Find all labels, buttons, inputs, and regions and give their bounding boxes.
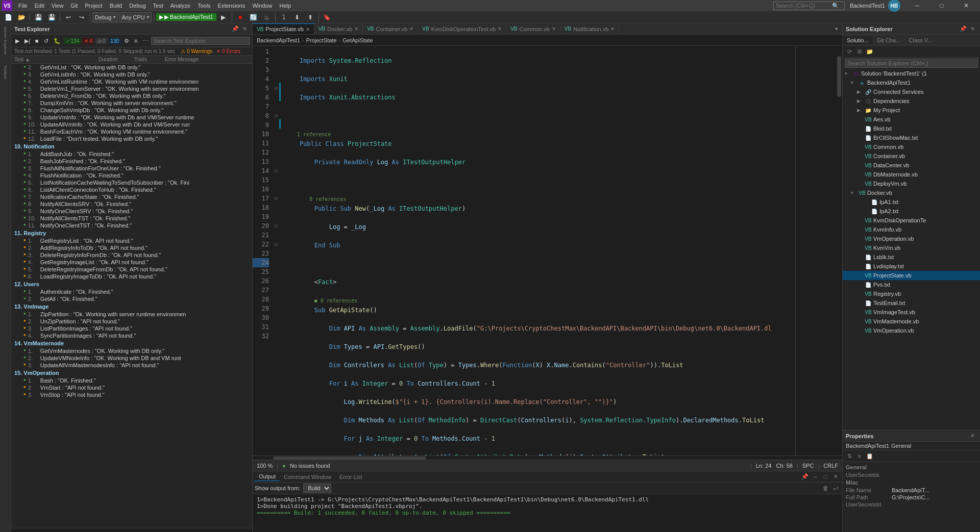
tree-vmmasternode[interactable]: VB VmMasternode.vb (843, 317, 980, 326)
prop-row-filename[interactable]: File Name BackendApiT... (843, 487, 980, 494)
tab-close-btn[interactable]: ✕ (354, 26, 358, 32)
solution-search-input[interactable] (845, 59, 978, 68)
tree-kvminfo[interactable]: VB KvmInfo.vb (843, 225, 980, 234)
zoom-level[interactable]: 100 % (257, 463, 273, 469)
tree-aes[interactable]: VB Aes.vb (843, 115, 980, 124)
global-search-input[interactable] (776, 3, 832, 9)
list-item[interactable]: ●3.ListPartitionImages : "API not found.… (11, 325, 252, 332)
more-btn[interactable]: ⋯ (140, 36, 150, 46)
tree-lsblk[interactable]: 📄 Lsblk.txt (843, 252, 980, 262)
refresh-tests-btn[interactable]: ↺ (42, 36, 51, 46)
col-duration-header[interactable]: Duration (99, 57, 134, 62)
tree-dependencies[interactable]: ▶ ⬡ Dependencies (843, 96, 980, 106)
close-button[interactable]: ✕ (954, 0, 978, 11)
list-item[interactable]: ● 3. GetVmListInfo : "OK. Working with D… (11, 71, 252, 78)
prop-row-usersecretid[interactable]: UserSecretsId (843, 501, 980, 508)
tab-close-btn[interactable]: ✕ (306, 27, 310, 32)
list-item[interactable]: ●2.BashJobFinished : "Ok. Finished." (11, 158, 252, 165)
tree-projectstate[interactable]: VB ProjectState.vb (843, 271, 980, 280)
list-item[interactable]: ● 4. GetVmListRuntime : "OK. Working wit… (11, 78, 252, 85)
output-close-btn[interactable]: ✕ (831, 472, 840, 482)
tab-close-btn[interactable]: ✕ (610, 26, 615, 32)
tab-close-btn[interactable]: ✕ (498, 26, 502, 32)
hot-reload-btn[interactable]: ♨ (261, 12, 273, 23)
menu-project[interactable]: Project (82, 2, 105, 10)
sidebar-toolbox[interactable]: Toolbox (1, 57, 11, 88)
step-out[interactable]: ⬆ (304, 12, 316, 23)
list-item[interactable]: ●3.UpdateAllVmMasternodesInfo : "API not… (11, 362, 252, 369)
menu-view[interactable]: View (48, 2, 67, 10)
tab-close-btn[interactable]: ✕ (409, 26, 413, 32)
list-item[interactable]: ● 2. GetVmList : "OK. Working with DB on… (11, 64, 252, 71)
scrollbar-thumb[interactable] (837, 56, 841, 97)
show-all-files-btn[interactable]: 📁 (865, 47, 874, 56)
test-panel-scrollbar[interactable] (11, 528, 252, 532)
list-item[interactable]: ●6.ListAllClientConnectionToHub : "Ok. F… (11, 186, 252, 193)
run-tests-btn[interactable]: ▶| (22, 36, 32, 46)
output-tab-output[interactable]: Output (255, 472, 280, 481)
tab-kvmdiskop[interactable]: VB KvmDiskOperationTest.vb ✕ (418, 23, 506, 35)
sidebar-server-explorer[interactable]: Server Explorer (1, 26, 11, 56)
tab-projectstate[interactable]: VB ProjectState.vb ✕ (253, 23, 314, 35)
test-explorer-pin[interactable]: 📌 (231, 24, 240, 34)
list-item[interactable]: ●5.ListNotificationCacheWaitingToSendToS… (11, 179, 252, 186)
run-all-tests-btn[interactable]: ▶ (13, 36, 21, 46)
tree-vmop[interactable]: VB VmOperation.vb (843, 234, 980, 243)
run-button[interactable]: ▶ ▶ BackendApiTest1 (156, 13, 216, 21)
solution-explorer-pin[interactable]: 📌 (959, 24, 968, 34)
tree-project[interactable]: ▾ ◈ BackendApiTest1 (843, 78, 980, 87)
tree-testemail[interactable]: 📄 TestEmail.txt (843, 298, 980, 308)
menu-test[interactable]: Test (150, 2, 166, 10)
save-btn[interactable]: 💾 (32, 12, 44, 23)
breadcrumb-method[interactable]: GetApiState (342, 37, 373, 43)
test-explorer-close[interactable]: ✕ (240, 24, 249, 34)
col-traits-header[interactable]: Traits (134, 57, 165, 62)
list-item[interactable]: ●6.LoadRegistryImageToDb : "Ok. API not … (11, 273, 252, 280)
output-pin-btn[interactable]: 📌 (800, 472, 810, 482)
section-users[interactable]: 12. Users (11, 280, 252, 288)
section-vmoperation[interactable]: 15. VmOperation (11, 369, 252, 377)
output-tab-errors[interactable]: Error List (335, 473, 366, 481)
tab-list-btn[interactable]: ▾ (831, 23, 842, 35)
menu-build[interactable]: Build (107, 2, 125, 10)
output-clear-btn[interactable]: 🗑 (821, 484, 830, 493)
attach-btn[interactable]: ▶ (217, 12, 230, 23)
stop-tests-btn[interactable]: ■ (33, 36, 41, 46)
section-vmimage[interactable]: 13. VmImage (11, 302, 252, 311)
save-all-btn[interactable]: 💾 (45, 12, 58, 23)
menu-extensions[interactable]: Extensions (215, 2, 249, 10)
solution-tab[interactable]: Solutio... (843, 36, 873, 44)
properties-close[interactable]: ✕ (968, 432, 977, 441)
menu-help[interactable]: Help (277, 2, 295, 10)
list-item[interactable]: ●5.DeleteRegistryImageFromDb : "Ok. API … (11, 266, 252, 273)
list-item[interactable]: ●4.FlushNotification : "Ok. Finished." (11, 172, 252, 179)
menu-file[interactable]: File (15, 2, 31, 10)
list-item[interactable]: ●1.Authenticate : "Ok. Finished." (11, 288, 252, 295)
tree-myproject[interactable]: ▶ 📁 My Project (843, 106, 980, 115)
prop-group-btn[interactable]: ≡ (855, 451, 864, 461)
tree-solution[interactable]: ▾ ⬡ Solution 'BackendTest1' (1 (843, 69, 980, 78)
list-item[interactable]: ●1.AddBashJob : "Ok. Finished." (11, 150, 252, 158)
open-btn[interactable]: 📂 (15, 12, 28, 23)
bookmark-btn[interactable]: 🔖 (321, 12, 333, 23)
new-file-btn[interactable]: 📄 (2, 12, 14, 23)
output-tab-command[interactable]: Command Window (280, 473, 335, 481)
test-search-input[interactable] (151, 37, 250, 45)
list-item[interactable]: ●11.NotifyOneClientTST : "Ok. Finished." (11, 222, 252, 229)
section-registry[interactable]: 11. Registry (11, 229, 252, 237)
list-item[interactable]: ●8.NotifyAllClientsSRV : "Ok. Finished." (11, 200, 252, 208)
col-test-header[interactable]: Test ▲ (14, 57, 99, 62)
list-item[interactable]: ●2.UpdateVMNodeInfo : "OK. Working with … (11, 354, 252, 362)
prop-pages-btn[interactable]: 📋 (865, 451, 874, 461)
list-item[interactable]: ●4.SyncPartitionImages : "API not found.… (11, 332, 252, 339)
menu-window[interactable]: Window (249, 2, 275, 10)
menu-edit[interactable]: Edit (32, 2, 47, 10)
list-item[interactable]: ● 10. UpdateAllVmInfo : "OK. Working wit… (11, 121, 252, 128)
menu-git[interactable]: Git (67, 2, 81, 10)
list-item[interactable]: ● 9. UpdateVmInfo : "OK. Working with Db… (11, 114, 252, 121)
tree-kvmdisk[interactable]: VB KvmDiskOperationTe (843, 216, 980, 225)
tree-vmoperation[interactable]: VB VmOperation.vb (843, 326, 980, 335)
tree-brctlshowmac[interactable]: 📄 BrCtlShowMac.txt (843, 133, 980, 142)
tree-pvs[interactable]: 📄 Pvs.txt (843, 280, 980, 289)
list-item[interactable]: ● 8. ChangeSshVmIpDb : "OK. Working with… (11, 107, 252, 114)
